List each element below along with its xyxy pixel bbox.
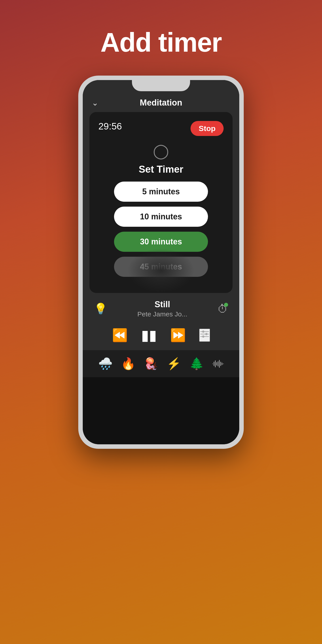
rewind-button[interactable]: ⏪ [112, 328, 128, 342]
track-artist: Pete James Jo... [107, 310, 217, 318]
timer-option-10min-button[interactable]: 10 minutes [114, 206, 208, 227]
timer-card: 29:56 Stop ◯ Set Timer 5 minutes 10 minu… [90, 112, 232, 293]
phone-frame: ⌄ Meditation 29:56 Stop ◯ Set Timer 5 mi… [78, 76, 244, 449]
timer-option-45min-button[interactable]: 45 minutes [114, 257, 208, 277]
timer-option-30min: 30 minutes [98, 232, 224, 252]
nav-title: Meditation [140, 98, 182, 108]
waveform-icon[interactable] [212, 357, 224, 370]
timer-icon-row: ◯ [98, 143, 224, 159]
active-dot [224, 303, 228, 307]
timer-top-row: 29:56 Stop [98, 121, 224, 136]
clock-icon: ◯ [153, 143, 169, 159]
nav-bar: ⌄ Meditation [83, 94, 239, 112]
pause-button[interactable]: ▮▮ [141, 327, 157, 344]
track-title: Still [107, 300, 217, 309]
rain-cloud-icon[interactable]: 🌧️ [98, 357, 113, 370]
track-info: Still Pete James Jo... [107, 300, 217, 318]
page-title: Add timer [100, 27, 222, 58]
stop-button[interactable]: Stop [190, 121, 224, 136]
now-playing-bar: 💡 Still Pete James Jo... ⏱ [83, 293, 239, 322]
timer-time-display: 29:56 [98, 121, 122, 132]
timer-option-45min: 45 minutes [98, 257, 224, 277]
svg-point-5 [202, 336, 204, 338]
jellyfish-icon[interactable]: 🪼 [144, 357, 158, 370]
sound-row: 🌧️ 🔥 🪼 ⚡ 🌲 [83, 350, 239, 377]
timer-option-10min: 10 minutes [98, 206, 224, 227]
controls-row: ⏪ ▮▮ ⏩ [83, 322, 239, 350]
chevron-down-icon[interactable]: ⌄ [92, 98, 98, 108]
timer-option-30min-button[interactable]: 30 minutes [114, 232, 208, 252]
timer-option-5min-button[interactable]: 5 minutes [114, 182, 208, 202]
timer-option-5min: 5 minutes [98, 182, 224, 202]
phone-screen: ⌄ Meditation 29:56 Stop ◯ Set Timer 5 mi… [83, 80, 239, 444]
fire-icon[interactable]: 🔥 [121, 357, 136, 370]
bottom-area [83, 377, 239, 444]
forward-button[interactable]: ⏩ [170, 328, 186, 342]
svg-point-1 [202, 330, 204, 333]
phone-notch [132, 80, 190, 91]
svg-point-3 [205, 333, 208, 335]
set-timer-title: Set Timer [98, 164, 224, 175]
lightning-icon[interactable]: ⚡ [166, 357, 181, 370]
timer-badge[interactable]: ⏱ [217, 303, 228, 315]
settings-button[interactable] [199, 329, 210, 342]
tree-icon[interactable]: 🌲 [190, 357, 204, 370]
lightbulb-icon[interactable]: 💡 [94, 302, 107, 315]
